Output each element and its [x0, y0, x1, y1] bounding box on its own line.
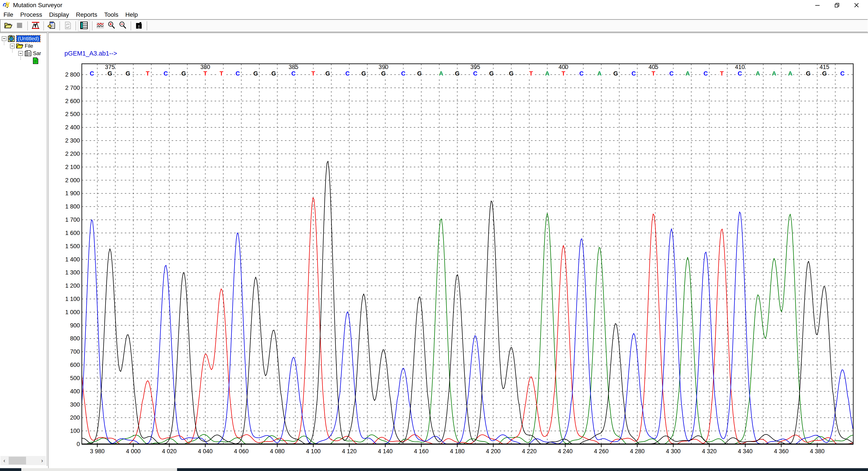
collapse-toggle[interactable] — [10, 43, 15, 49]
open-folder-button[interactable] — [3, 21, 14, 31]
base-call-413[interactable]: A — [788, 70, 793, 77]
tree-item-file[interactable]: File — [10, 42, 33, 50]
base-call-378[interactable]: C — [163, 70, 168, 77]
base-call-379[interactable]: G — [181, 70, 186, 77]
menu-item-help[interactable]: Help — [122, 10, 142, 19]
base-call-407[interactable]: A — [685, 70, 690, 77]
mutation-surveyor-window: Mutation Surveyor FileProcessDisplayRepo… — [0, 0, 868, 471]
base-call-394[interactable]: G — [455, 70, 460, 77]
sample-stack-icon — [24, 50, 31, 57]
y-axis-tick-label: 500 — [70, 375, 80, 381]
base-call-376[interactable]: G — [125, 70, 130, 77]
tree-horizontal-scrollbar[interactable]: ‹ › — [0, 456, 46, 465]
base-call-391[interactable]: C — [401, 70, 405, 77]
y-axis-tick-label: 2 500 — [65, 111, 80, 117]
base-call-415[interactable]: G — [822, 70, 827, 77]
zoom-in-button[interactable] — [106, 21, 117, 31]
base-call-383[interactable]: G — [253, 70, 258, 77]
menu-item-file[interactable]: File — [0, 10, 17, 19]
base-call-401[interactable]: C — [579, 70, 584, 77]
base-call-399[interactable]: A — [545, 70, 550, 77]
base-call-381[interactable]: T — [220, 70, 223, 77]
base-call-395[interactable]: C — [473, 70, 477, 77]
x-axis-tick-label: 4 280 — [630, 448, 645, 454]
scroll-thumb[interactable] — [9, 457, 26, 465]
chromatogram-plot[interactable]: 01002003004005006007008009001 0001 1001 … — [49, 33, 868, 468]
base-call-393[interactable]: A — [439, 70, 443, 77]
ink-save-button[interactable] — [133, 21, 145, 31]
menu-item-display[interactable]: Display — [45, 10, 72, 19]
y-axis-tick-label: 900 — [70, 322, 80, 329]
x-axis-tick-label: 4 100 — [306, 448, 321, 454]
stop-button[interactable] — [14, 21, 25, 31]
tree-item-untitled[interactable]: (Untitled) — [2, 35, 40, 42]
close-button[interactable] — [853, 2, 860, 9]
base-call-384[interactable]: G — [271, 70, 276, 77]
tree-item-document[interactable] — [27, 57, 41, 64]
restore-button[interactable] — [833, 2, 841, 9]
content-area: (Untitled)FileSar ‹ › pGEM1_A3.ab1--> 01… — [0, 33, 868, 468]
collapse-toggle[interactable] — [2, 36, 6, 41]
trace-display-icon — [31, 21, 40, 30]
base-call-414[interactable]: G — [806, 70, 811, 77]
base-call-377[interactable]: T — [146, 70, 150, 77]
tree-item-label: Sar — [33, 50, 41, 56]
base-call-387[interactable]: G — [325, 70, 330, 77]
scroll-left-arrow[interactable]: ‹ — [0, 456, 8, 465]
base-call-409[interactable]: T — [720, 70, 724, 77]
report-icon — [47, 21, 56, 31]
base-call-416[interactable]: C — [840, 70, 844, 77]
base-call-385[interactable]: C — [291, 70, 296, 77]
base-call-410[interactable]: C — [738, 70, 742, 77]
base-call-374[interactable]: C — [90, 70, 94, 77]
base-call-388[interactable]: C — [345, 70, 349, 77]
scroll-right-arrow[interactable]: › — [38, 456, 46, 465]
x-axis-tick-label: 4 160 — [414, 448, 429, 454]
base-call-408[interactable]: C — [704, 70, 708, 77]
base-call-400[interactable]: T — [562, 70, 565, 77]
base-call-380[interactable]: T — [203, 70, 207, 77]
base-call-398[interactable]: T — [529, 70, 533, 77]
base-call-386[interactable]: T — [311, 70, 315, 77]
base-call-375[interactable]: G — [107, 70, 113, 77]
base-number-label: 385 — [289, 64, 299, 70]
base-call-397[interactable]: G — [509, 70, 514, 77]
base-call-406[interactable]: C — [669, 70, 674, 77]
mutation-compare-button[interactable] — [95, 21, 106, 31]
report-button[interactable] — [46, 21, 57, 31]
base-number-label: 390 — [379, 64, 389, 70]
base-call-405[interactable]: T — [652, 70, 655, 77]
base-call-390[interactable]: G — [381, 70, 386, 77]
x-axis-tick-label: 4 240 — [558, 448, 573, 454]
x-axis-tick-label: 4 060 — [234, 448, 249, 454]
collapse-toggle[interactable] — [18, 51, 23, 56]
refresh-button[interactable] — [62, 21, 73, 31]
menu-item-tools[interactable]: Tools — [101, 10, 122, 19]
toolbar-separator — [92, 21, 92, 30]
table-view-button[interactable] — [78, 21, 90, 31]
tree-item-sar[interactable]: Sar — [18, 50, 41, 57]
menu-item-reports[interactable]: Reports — [72, 10, 101, 19]
base-call-402[interactable]: A — [597, 70, 601, 77]
base-call-382[interactable]: C — [236, 70, 240, 77]
window-controls — [814, 0, 868, 10]
base-call-392[interactable]: G — [417, 70, 422, 77]
y-axis-tick-label: 2 100 — [65, 164, 80, 170]
x-axis-tick-label: 4 020 — [162, 448, 177, 454]
y-axis-tick-label: 1 600 — [65, 230, 80, 236]
zoom-out-button[interactable] — [117, 21, 128, 31]
trace-display-button[interactable] — [30, 21, 41, 31]
folder-icon — [16, 42, 23, 50]
base-call-396[interactable]: G — [489, 70, 494, 77]
base-call-412[interactable]: A — [772, 70, 776, 77]
base-call-389[interactable]: G — [361, 70, 366, 77]
window-title: Mutation Surveyor — [13, 2, 62, 9]
base-call-411[interactable]: A — [755, 70, 760, 77]
menu-item-process[interactable]: Process — [17, 10, 45, 19]
base-call-404[interactable]: C — [631, 70, 636, 77]
x-axis-tick-label: 4 360 — [774, 448, 788, 454]
base-call-403[interactable]: G — [613, 70, 618, 77]
minimize-button[interactable] — [814, 2, 821, 9]
toolbar — [0, 19, 868, 32]
zoom-out-icon — [119, 21, 127, 31]
